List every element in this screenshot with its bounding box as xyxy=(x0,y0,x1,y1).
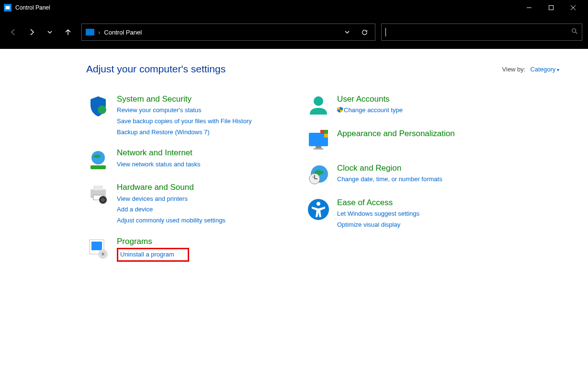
category-title[interactable]: System and Security xyxy=(117,94,252,104)
svg-rect-17 xyxy=(91,242,102,250)
up-button[interactable] xyxy=(60,24,76,40)
printer-icon[interactable] xyxy=(86,182,110,206)
svg-point-8 xyxy=(98,105,106,114)
globe-icon[interactable] xyxy=(86,148,110,172)
link-date-time-formats[interactable]: Change date, time, or number formats xyxy=(337,174,442,185)
category-user-accounts: User Accounts Change account type xyxy=(306,94,508,118)
svg-point-6 xyxy=(572,29,576,33)
svg-point-19 xyxy=(102,253,104,255)
link-add-device[interactable]: Add a device xyxy=(117,205,226,215)
left-column: System and Security Review your computer… xyxy=(86,94,287,272)
search-box[interactable] xyxy=(381,23,582,41)
category-ease-of-access: Ease of Access Let Windows suggest setti… xyxy=(306,197,508,230)
window-title: Control Panel xyxy=(15,4,50,11)
forward-button[interactable] xyxy=(24,24,39,40)
view-by-dropdown[interactable]: Category xyxy=(530,66,559,73)
control-panel-icon xyxy=(4,4,11,12)
search-icon[interactable] xyxy=(571,28,578,36)
category-title[interactable]: Programs xyxy=(117,236,189,247)
category-clock-region: L Clock and Region Change date, time, or… xyxy=(306,163,508,187)
shield-icon[interactable] xyxy=(86,94,110,118)
link-devices-printers[interactable]: View devices and printers xyxy=(117,194,226,204)
uac-shield-icon xyxy=(337,106,343,112)
refresh-button[interactable] xyxy=(358,25,371,39)
svg-rect-26 xyxy=(320,134,324,138)
svg-point-15 xyxy=(101,198,105,202)
link-suggest-settings[interactable]: Let Windows suggest settings xyxy=(337,209,419,219)
svg-rect-1 xyxy=(6,6,10,9)
category-title[interactable]: Hardware and Sound xyxy=(117,182,226,193)
view-by-label: View by: xyxy=(502,66,526,73)
breadcrumb-separator-icon: › xyxy=(98,29,100,36)
page-title: Adjust your computer's settings xyxy=(86,63,226,75)
category-system-security: System and Security Review your computer… xyxy=(86,94,287,137)
link-file-history[interactable]: Save backup copies of your files with Fi… xyxy=(117,116,252,127)
close-button[interactable] xyxy=(562,0,584,15)
toolbar: › Control Panel xyxy=(0,15,588,49)
link-optimize-display[interactable]: Optimize visual display xyxy=(337,220,419,230)
svg-rect-12 xyxy=(93,186,103,190)
link-network-status[interactable]: View network status and tasks xyxy=(117,160,201,170)
accessibility-icon[interactable] xyxy=(306,197,330,221)
category-title[interactable]: Clock and Region xyxy=(337,163,442,174)
link-change-account-type[interactable]: Change account type xyxy=(337,105,403,116)
category-title[interactable]: Ease of Access xyxy=(337,197,419,208)
maximize-button[interactable] xyxy=(540,0,562,15)
highlight-annotation: Uninstall a program xyxy=(117,248,189,262)
programs-icon[interactable] xyxy=(86,236,110,260)
link-uninstall-program[interactable]: Uninstall a program xyxy=(120,251,174,258)
category-hardware: Hardware and Sound View devices and prin… xyxy=(86,182,287,225)
address-bar[interactable]: › Control Panel xyxy=(81,23,375,41)
right-column: User Accounts Change account type xyxy=(306,94,508,272)
recent-dropdown[interactable] xyxy=(42,24,57,40)
breadcrumb-location[interactable]: Control Panel xyxy=(104,29,142,36)
titlebar: Control Panel xyxy=(0,0,588,15)
control-panel-icon xyxy=(86,29,94,35)
monitor-icon[interactable] xyxy=(306,128,330,152)
link-text: Change account type xyxy=(344,106,403,114)
category-title[interactable]: User Accounts xyxy=(337,94,403,104)
svg-rect-25 xyxy=(324,130,328,134)
category-network: Network and Internet View network status… xyxy=(86,148,287,172)
category-programs: Programs Uninstall a program xyxy=(86,236,287,262)
category-appearance: Appearance and Personalization xyxy=(306,128,508,152)
category-title[interactable]: Network and Internet xyxy=(117,148,201,158)
svg-line-7 xyxy=(576,32,577,34)
svg-rect-9 xyxy=(90,165,106,169)
link-backup-restore[interactable]: Backup and Restore (Windows 7) xyxy=(117,128,252,138)
text-cursor xyxy=(385,28,386,36)
content-area: Adjust your computer's settings View by:… xyxy=(0,49,588,287)
svg-rect-22 xyxy=(316,146,321,148)
user-icon[interactable] xyxy=(306,94,330,118)
svg-rect-24 xyxy=(320,130,324,134)
category-title[interactable]: Appearance and Personalization xyxy=(337,128,455,139)
svg-point-20 xyxy=(314,96,323,106)
back-button[interactable] xyxy=(6,24,21,40)
minimize-button[interactable] xyxy=(518,0,540,15)
link-mobility-settings[interactable]: Adjust commonly used mobility settings xyxy=(117,216,226,226)
svg-point-34 xyxy=(317,202,320,206)
svg-rect-27 xyxy=(324,134,328,138)
address-dropdown[interactable] xyxy=(340,25,354,39)
svg-rect-23 xyxy=(314,148,323,150)
svg-rect-3 xyxy=(549,6,554,10)
link-review-status[interactable]: Review your computer's status xyxy=(117,105,252,116)
clock-globe-icon[interactable]: L xyxy=(306,163,330,187)
